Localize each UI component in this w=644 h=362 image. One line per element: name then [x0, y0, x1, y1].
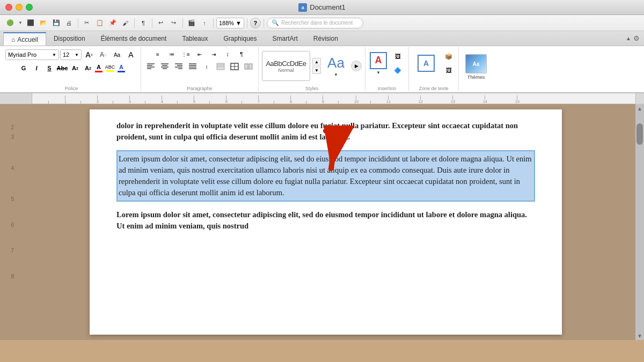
copy-button[interactable]: 📋: [94, 17, 106, 29]
themes-group: Aa Thèmes x: [459, 47, 493, 91]
styles-group: AaBbCcDdEe Normal ▲ ▼ Aa ▼ ▶ Styles: [259, 47, 365, 91]
tab-smartart[interactable]: SmartArt: [265, 31, 305, 46]
minimize-button[interactable]: [16, 4, 23, 11]
scrollbar-thumb[interactable]: [636, 123, 643, 145]
zone-texte-label: Zone de texte: [419, 85, 448, 91]
open-button[interactable]: 📂: [38, 17, 49, 29]
shading-button[interactable]: [214, 61, 227, 72]
police-group: Myriad Pro ▼ 12 ▼ A+ A− Aa A G I S Abc A…: [2, 47, 141, 91]
increase-font-size[interactable]: A+: [83, 49, 96, 61]
tab-disposition[interactable]: Disposition: [46, 31, 93, 46]
style-normal-button[interactable]: AaBbCcDdEe Normal: [262, 51, 310, 81]
search-bar[interactable]: 🔍 Rechercher dans le document: [267, 18, 363, 28]
cut-button[interactable]: ✂: [81, 17, 93, 29]
align-left[interactable]: [144, 61, 157, 72]
new-doc-button[interactable]: 🟢: [4, 17, 16, 29]
svg-rect-22: [245, 64, 248, 69]
redo-button[interactable]: ↪: [168, 17, 180, 29]
sort-button[interactable]: ↕: [221, 49, 234, 60]
insertion-label: Insertion: [378, 85, 397, 91]
ribbon-settings-button[interactable]: ⚙: [633, 34, 640, 42]
separator-4: [182, 18, 183, 28]
paste-button[interactable]: 📌: [107, 17, 119, 29]
scroll-down-button[interactable]: ▼: [636, 331, 643, 340]
strikethrough-button[interactable]: Abc: [56, 62, 68, 74]
clear-format-button[interactable]: A: [125, 49, 137, 61]
frame-small-2[interactable]: 🖼: [442, 64, 455, 76]
maximize-button[interactable]: [26, 4, 33, 11]
borders-button[interactable]: [228, 61, 241, 72]
page-wrapper: dolor in reprehenderit in voluptate veli…: [16, 104, 635, 340]
paragraph-above: dolor in reprehenderit in voluptate veli…: [116, 120, 535, 143]
styles-down-button[interactable]: ▼: [312, 67, 321, 74]
bullets-button[interactable]: ≡: [151, 49, 164, 60]
help-button[interactable]: ?: [250, 18, 261, 28]
align-justify[interactable]: [186, 61, 199, 72]
indent-decrease[interactable]: ⇤: [193, 49, 206, 60]
app-icon: a: [298, 3, 307, 12]
superscript-button[interactable]: A2: [69, 62, 81, 74]
save-button[interactable]: 💾: [50, 17, 62, 29]
home-icon: ⌂: [11, 36, 15, 43]
italic-button[interactable]: I: [31, 62, 42, 74]
tab-graphiques[interactable]: Graphiques: [216, 31, 265, 46]
templates-button[interactable]: ⬛: [25, 17, 36, 29]
themes-preview-icon: Aa: [465, 54, 487, 73]
underline-button[interactable]: S: [43, 62, 55, 74]
undo-button[interactable]: ↩: [155, 17, 167, 29]
paragraphe-group: ≡ ≔ ⋮≡ ⇤ ⇥ ↕ ¶: [141, 47, 259, 91]
separator-7: [264, 18, 264, 28]
line-spacing[interactable]: ↕: [200, 61, 213, 72]
share-button[interactable]: ↑: [199, 17, 210, 29]
frame-small-1[interactable]: 📦: [442, 50, 455, 62]
columns-button[interactable]: [242, 61, 255, 72]
ruler-scale: 1 2 3 4 5 6 7 8 9 10 11 12 13 14 15: [32, 93, 635, 104]
indent-increase[interactable]: ⇥: [207, 49, 220, 60]
paragraph-above-text: dolor in reprehenderit in voluptate veli…: [116, 121, 518, 141]
traffic-lights: [5, 4, 33, 11]
align-center[interactable]: [158, 61, 171, 72]
scroll-up-button[interactable]: ▲: [636, 104, 643, 113]
change-styles-icon: Aa: [327, 55, 345, 71]
play-button[interactable]: ▶: [351, 61, 362, 71]
tab-revision[interactable]: Révision: [306, 31, 346, 46]
font-case-button[interactable]: Aa: [111, 49, 123, 61]
insertion-a-button[interactable]: A ▼: [369, 49, 388, 77]
decrease-font-size[interactable]: A−: [97, 49, 109, 61]
font-color-button[interactable]: A: [95, 64, 103, 72]
new-dropdown[interactable]: ▼: [17, 20, 24, 25]
vertical-scrollbar[interactable]: ▲ ▼: [635, 104, 644, 340]
styles-up-button[interactable]: ▲: [312, 58, 321, 65]
format-painter[interactable]: 🖌: [120, 17, 131, 29]
line-numbers: 2 3 4 5 6 7 8: [0, 104, 16, 340]
show-marks[interactable]: ¶: [235, 49, 248, 60]
change-styles-button[interactable]: Aa ▼: [323, 52, 349, 80]
window-title: a Document1: [298, 3, 345, 12]
text-highlight-button[interactable]: ABC: [104, 62, 116, 74]
bold-button[interactable]: G: [18, 62, 30, 74]
tab-tableaux[interactable]: Tableaux: [174, 31, 216, 46]
zoom-selector[interactable]: 188% ▼: [216, 18, 244, 28]
char-shade-button[interactable]: A: [118, 64, 125, 72]
image-insert-button[interactable]: 🖼: [390, 50, 405, 62]
paragraph-marks[interactable]: ¶: [137, 17, 149, 29]
separator-1: [78, 18, 78, 28]
tab-accueil[interactable]: ⌂ Accueil: [3, 32, 46, 46]
shape-insert-button[interactable]: 🔷: [390, 64, 405, 76]
zone-texte-button[interactable]: A: [412, 49, 440, 77]
ribbon-collapse-button[interactable]: ▲: [626, 35, 631, 41]
print-button[interactable]: 🖨: [63, 17, 75, 29]
themes-button[interactable]: Aa Thèmes: [462, 51, 490, 83]
numbering-button[interactable]: ≔: [165, 49, 178, 60]
size-dropdown-arrow: ▼: [75, 53, 79, 57]
font-family-dropdown[interactable]: Myriad Pro ▼: [5, 49, 59, 60]
multilevel-list[interactable]: ⋮≡: [179, 49, 192, 60]
zone-texte-group: A 📦 🖼 Zone de texte: [409, 47, 459, 91]
close-button[interactable]: [5, 4, 12, 11]
tab-elements[interactable]: Éléments de document: [93, 31, 175, 46]
media-button[interactable]: 🎬: [186, 17, 197, 29]
selected-paragraph-container[interactable]: Lorem ipsum dolor sit amet, consectetur …: [116, 150, 535, 202]
subscript-button[interactable]: A2: [82, 62, 94, 74]
align-right[interactable]: [172, 61, 185, 72]
font-size-dropdown[interactable]: 12 ▼: [60, 49, 82, 60]
